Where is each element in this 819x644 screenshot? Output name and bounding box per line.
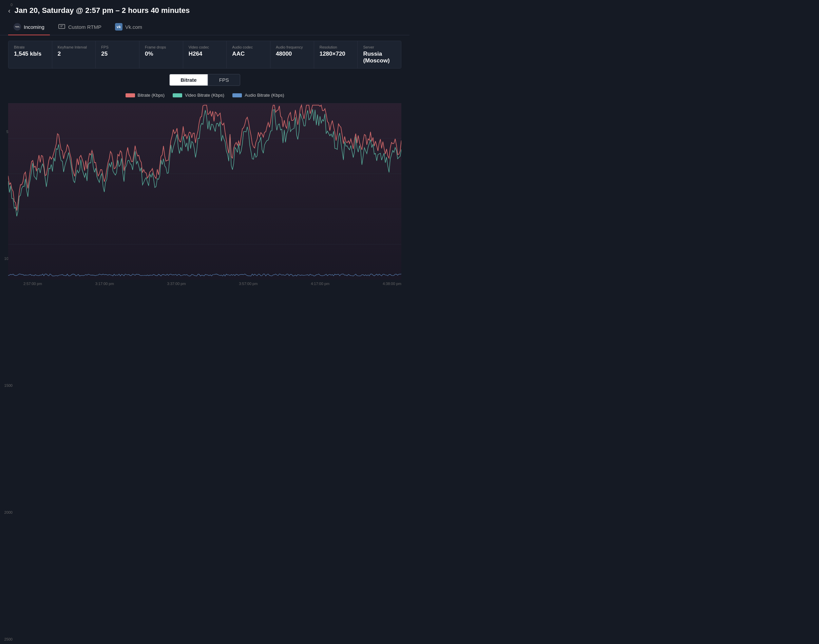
stat-server: Server Russia (Moscow) [357, 41, 401, 68]
legend-video-bitrate-label: Video Bitrate (Kbps) [185, 93, 224, 98]
stat-resolution: Resolution 1280×720 [314, 41, 357, 68]
stat-audiofreq: Audio frequency 48000 [270, 41, 314, 68]
x-axis-labels: 2:57:00 pm 3:17:00 pm 3:37:00 pm 3:57:00… [8, 280, 401, 286]
svg-rect-3 [8, 103, 401, 280]
toggle-bitrate[interactable]: Bitrate [169, 74, 208, 86]
rtmp-icon [58, 23, 66, 31]
stat-framedrops: Frame drops 0% [140, 41, 183, 68]
stat-videocodec: Video codec H264 [183, 41, 227, 68]
legend-video-bitrate: Video Bitrate (Kbps) [173, 93, 224, 98]
chart-area: Bitrate FPS Bitrate (Kbps) Video Bitrate… [8, 74, 401, 286]
svg-rect-0 [59, 25, 65, 29]
tab-custom-rtmp[interactable]: Custom RTMP [52, 20, 107, 35]
stats-row: Bitrate 1,545 kb/s Keyframe Interval 2 F… [8, 41, 401, 69]
stat-audiocodec: Audio codec AAC [227, 41, 270, 68]
vk-icon: vk [115, 23, 123, 31]
legend-audio-bitrate-swatch [232, 93, 242, 97]
tab-incoming-label: Incoming [24, 24, 44, 30]
legend-bitrate: Bitrate (Kbps) [126, 93, 164, 98]
chart-legend: Bitrate (Kbps) Video Bitrate (Kbps) Audi… [8, 93, 401, 98]
chart-canvas [8, 103, 401, 280]
legend-audio-bitrate: Audio Bitrate (Kbps) [232, 93, 284, 98]
chart-toggle: Bitrate FPS [8, 74, 401, 86]
legend-audio-bitrate-label: Audio Bitrate (Kbps) [245, 93, 284, 98]
chart-with-yaxis: 2500 2000 1500 1000 500 0 [8, 103, 401, 280]
toggle-fps[interactable]: FPS [208, 74, 240, 86]
tab-custom-rtmp-label: Custom RTMP [68, 24, 101, 30]
stat-keyframe: Keyframe Interval 2 [52, 41, 96, 68]
tab-vkcom[interactable]: vk Vk.com [110, 20, 147, 35]
legend-bitrate-swatch [126, 93, 135, 97]
tab-bar: Incoming Custom RTMP vk Vk.com [0, 20, 410, 35]
page-title: Jan 20, Saturday @ 2:57 pm – 2 hours 40 … [15, 6, 190, 15]
stat-fps: FPS 25 [96, 41, 139, 68]
legend-bitrate-label: Bitrate (Kbps) [138, 93, 164, 98]
legend-video-bitrate-swatch [173, 93, 182, 97]
tab-vkcom-label: Vk.com [125, 24, 142, 30]
